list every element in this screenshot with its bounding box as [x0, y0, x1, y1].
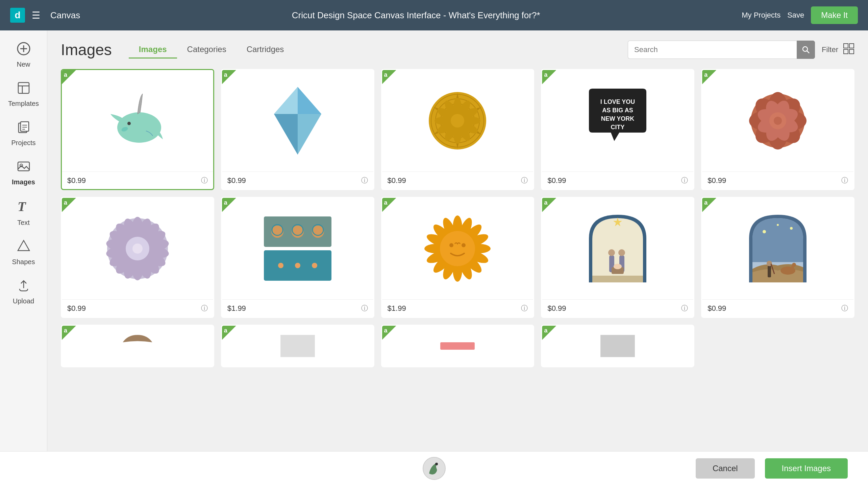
card-info-8[interactable]: ⓘ [521, 304, 528, 313]
svg-rect-140 [600, 335, 635, 357]
svg-point-125 [618, 249, 625, 256]
image-card-1[interactable]: a $0.99 ⓘ [61, 69, 214, 190]
sidebar-item-label-upload: Upload [13, 297, 34, 305]
image-card-5[interactable]: a [701, 69, 854, 190]
search-button[interactable] [797, 41, 815, 59]
cancel-button[interactable]: Cancel [696, 458, 755, 479]
card-price-9: $0.99 [547, 304, 566, 313]
image-area-10 [702, 198, 853, 299]
svg-point-45 [451, 114, 464, 128]
tab-categories[interactable]: Categories [177, 41, 237, 59]
sidebar-item-upload[interactable]: Upload [3, 274, 44, 310]
sidebar-item-shapes[interactable]: Shapes [3, 235, 44, 271]
svg-point-68 [774, 117, 782, 125]
make-it-button[interactable]: Make It [811, 6, 858, 24]
svg-point-99 [278, 263, 283, 268]
svg-marker-26 [274, 87, 298, 114]
image-card-6[interactable]: a [61, 197, 214, 318]
card-footer-3: $0.99 ⓘ [382, 171, 534, 189]
svg-rect-138 [280, 335, 315, 357]
image-area-7 [222, 198, 373, 299]
svg-point-101 [312, 263, 317, 268]
sidebar-item-label-text: Text [17, 219, 30, 227]
card-info-3[interactable]: ⓘ [521, 176, 528, 185]
image-card-10[interactable]: a [701, 197, 854, 318]
svg-point-130 [790, 227, 793, 230]
svg-point-129 [763, 230, 766, 233]
card-footer-8: $1.99 ⓘ [382, 299, 534, 317]
new-icon [17, 42, 30, 59]
card-price-6: $0.99 [67, 304, 86, 313]
image-area-4: I LOVE YOU AS BIG AS NEW YORK CITY [542, 70, 693, 171]
image-card-9[interactable]: a [541, 197, 694, 318]
image-area-14 [542, 326, 693, 366]
image-card-13[interactable]: a [381, 325, 535, 367]
card-price-3: $0.99 [388, 176, 406, 185]
filter-button[interactable]: Filter [822, 45, 838, 54]
svg-marker-24 [274, 114, 298, 155]
svg-text:AS BIG AS: AS BIG AS [602, 107, 633, 114]
card-price-1: $0.99 [67, 176, 86, 185]
image-area-1 [62, 70, 213, 171]
card-info-6[interactable]: ⓘ [201, 304, 208, 313]
sidebar-item-templates[interactable]: Templates [3, 76, 44, 112]
grid-toggle-button[interactable] [843, 43, 854, 57]
card-footer-5: $0.99 ⓘ [702, 171, 853, 189]
card-info-2[interactable]: ⓘ [361, 176, 368, 185]
card-info-1[interactable]: ⓘ [201, 176, 208, 185]
image-card-11[interactable]: a [61, 325, 214, 367]
svg-rect-3 [18, 83, 29, 93]
tab-images[interactable]: Images [129, 41, 177, 59]
sidebar-item-label-shapes: Shapes [12, 258, 35, 266]
card-info-9[interactable]: ⓘ [681, 304, 688, 313]
shapes-icon [17, 239, 30, 256]
hamburger-menu[interactable]: ☰ [32, 10, 40, 21]
svg-point-120 [462, 243, 466, 247]
svg-text:T: T [18, 199, 26, 214]
image-area-11 [62, 326, 213, 366]
svg-point-89 [132, 244, 143, 254]
project-title: Cricut Design Space Canvas Interface - W… [97, 10, 735, 21]
image-area-2 [222, 70, 373, 171]
image-card-3[interactable]: a [381, 69, 535, 190]
card-info-5[interactable]: ⓘ [841, 176, 848, 185]
images-header: Images Images Categories Cartridges Filt… [61, 41, 854, 59]
card-footer-10: $0.99 ⓘ [702, 299, 853, 317]
app-logo: d [10, 8, 25, 23]
card-footer-9: $0.99 ⓘ [542, 299, 693, 317]
svg-point-100 [295, 263, 300, 268]
sidebar-item-new[interactable]: New [3, 37, 44, 73]
sidebar-item-projects[interactable]: Projects [3, 116, 44, 152]
bottom-bar: Cancel Insert Images [0, 451, 868, 485]
sidebar-item-label-templates: Templates [8, 100, 39, 108]
sidebar-item-text[interactable]: T Text [3, 194, 44, 231]
insert-images-button[interactable]: Insert Images [765, 458, 848, 479]
card-price-4: $0.99 [547, 176, 566, 185]
search-input[interactable] [628, 41, 797, 59]
image-area-8 [382, 198, 534, 299]
sidebar-item-images[interactable]: Images [3, 155, 44, 191]
image-card-2[interactable]: a $0.99 ⓘ [221, 69, 374, 190]
card-info-10[interactable]: ⓘ [841, 304, 848, 313]
card-price-7: $1.99 [227, 304, 246, 313]
cricut-logo [422, 457, 446, 480]
my-projects-button[interactable]: My Projects [742, 11, 780, 20]
card-footer-1: $0.99 ⓘ [62, 171, 213, 189]
main-content: Images Images Categories Cartridges Filt… [47, 30, 868, 485]
image-card-7[interactable]: a [221, 197, 374, 318]
svg-rect-139 [441, 342, 475, 350]
card-info-7[interactable]: ⓘ [361, 304, 368, 313]
tab-cartridges[interactable]: Cartridges [237, 41, 294, 59]
image-card-12[interactable]: a [221, 325, 374, 367]
sidebar-item-label-new: New [17, 61, 30, 68]
image-card-4[interactable]: a I LOVE YOU AS BIG AS NEW YORK CITY $0.… [541, 69, 694, 190]
svg-rect-18 [849, 49, 854, 54]
card-info-4[interactable]: ⓘ [681, 176, 688, 185]
svg-rect-16 [849, 44, 854, 48]
image-card-14[interactable]: a [541, 325, 694, 367]
card-footer-6: $0.99 ⓘ [62, 299, 213, 317]
save-button[interactable]: Save [787, 11, 804, 20]
svg-text:NEW YORK: NEW YORK [601, 115, 635, 122]
card-price-5: $0.99 [708, 176, 726, 185]
image-card-8[interactable]: a [381, 197, 535, 318]
